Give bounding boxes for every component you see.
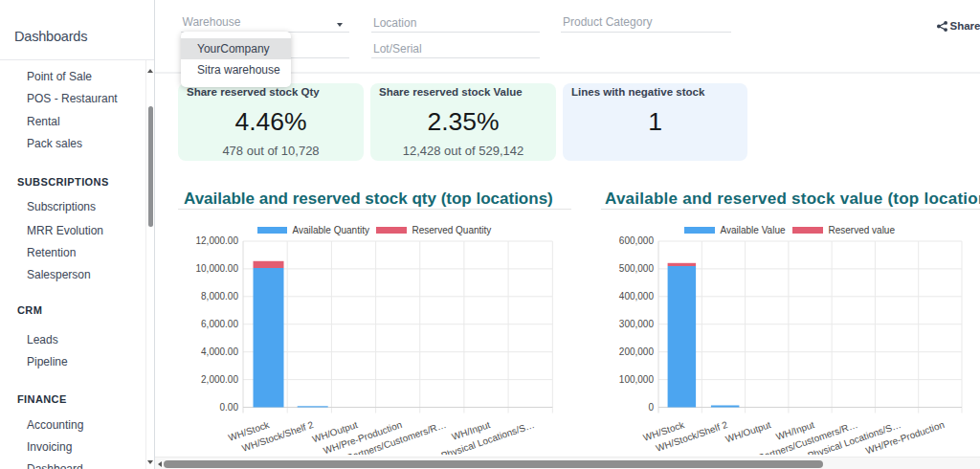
svg-text:0: 0 [648,402,654,413]
svg-text:Reserved value: Reserved value [829,225,896,235]
svg-text:Available Value: Available Value [721,225,786,235]
svg-text:Available and reserved stock q: Available and reserved stock qty (top lo… [184,190,553,208]
svg-text:0.00: 0.00 [220,402,239,413]
svg-text:200,000: 200,000 [619,346,655,357]
svg-text:4,000.00: 4,000.00 [201,346,238,357]
svg-text:2,000.00: 2,000.00 [201,374,238,385]
svg-text:Available Quantity: Available Quantity [293,225,369,235]
svg-text:Available and reserved stock v: Available and reserved stock value (top … [605,190,980,208]
svg-text:400,000: 400,000 [619,291,655,302]
svg-text:600,000: 600,000 [619,235,655,246]
svg-text:500,000: 500,000 [619,263,655,274]
svg-text:300,000: 300,000 [619,319,655,329]
svg-text:10,000.00: 10,000.00 [196,263,239,274]
svg-text:100,000: 100,000 [619,374,655,385]
svg-text:Reserved Quantity: Reserved Quantity [412,225,492,235]
svg-text:8,000.00: 8,000.00 [201,291,238,302]
svg-text:12,000.00: 12,000.00 [196,235,239,246]
svg-text:WH/Output: WH/Output [724,419,773,445]
svg-text:6,000.00: 6,000.00 [201,319,238,329]
